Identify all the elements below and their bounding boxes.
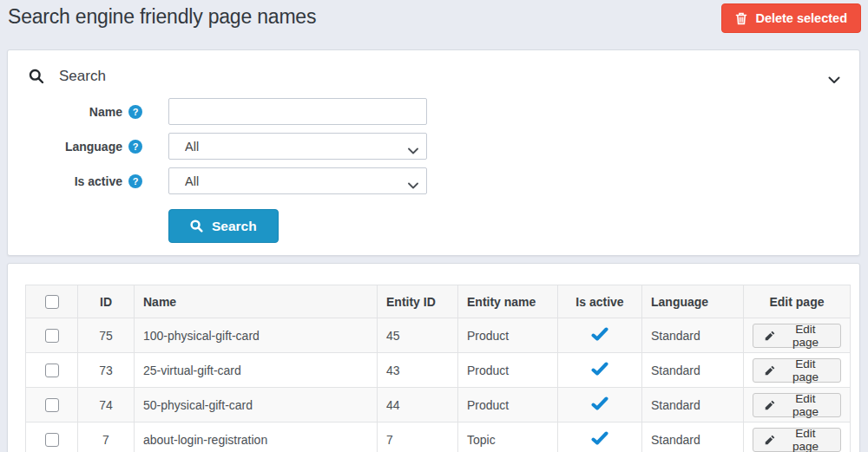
pencil-icon	[765, 435, 775, 445]
cell-name: 50-physical-gift-card	[135, 388, 378, 423]
cell-language: Standard	[642, 388, 744, 423]
name-field-row: Name ?	[8, 98, 859, 125]
language-field-label: Language	[65, 140, 122, 154]
edit-page-button-label: Edit page	[782, 357, 829, 383]
table-row: 74 50-physical-gift-card 44 Product Stan…	[26, 388, 851, 423]
cell-language: Standard	[642, 353, 744, 388]
search-button[interactable]: Search	[168, 209, 279, 243]
name-field-label-wrap: Name ?	[8, 105, 145, 119]
table-row: 7 about-login-registration 7 Topic Stand…	[26, 423, 851, 452]
edit-page-button-label: Edit page	[782, 427, 829, 452]
row-checkbox[interactable]	[45, 364, 59, 377]
cell-id: 7	[78, 423, 135, 452]
top-bar: Search engine friendly page names Delete…	[0, 0, 868, 45]
results-table: ID Name Entity ID Entity name Is active …	[25, 285, 851, 452]
column-header-name: Name	[135, 285, 378, 318]
svg-text:?: ?	[133, 141, 139, 151]
pencil-icon	[765, 365, 775, 376]
chevron-down-icon[interactable]	[828, 72, 840, 88]
cell-name: 100-physical-gift-card	[135, 318, 378, 353]
search-panel-title: Search	[59, 68, 106, 85]
cell-language: Standard	[642, 318, 744, 353]
language-select[interactable]: All	[168, 133, 427, 160]
cell-id: 74	[78, 388, 135, 423]
is-active-select[interactable]: All	[168, 167, 427, 194]
is-active-field-label: Is active	[75, 174, 122, 188]
svg-text:?: ?	[133, 106, 139, 116]
name-input[interactable]	[168, 98, 427, 125]
delete-selected-button[interactable]: Delete selected	[721, 3, 861, 33]
column-header-entity-name: Entity name	[458, 285, 558, 318]
edit-page-button-label: Edit page	[782, 323, 829, 349]
cell-entity-id: 7	[378, 423, 458, 452]
page: Search engine friendly page names Delete…	[0, 0, 868, 452]
row-checkbox[interactable]	[45, 329, 59, 343]
column-header-edit-page: Edit page	[744, 285, 851, 318]
column-header-is-active: Is active	[558, 285, 642, 318]
search-icon	[29, 69, 44, 84]
row-checkbox[interactable]	[45, 433, 59, 447]
question-circle-icon[interactable]: ?	[128, 105, 142, 119]
is-active-field-row: Is active ? All	[8, 167, 859, 194]
trash-icon	[735, 12, 747, 25]
table-body: 75 100-physical-gift-card 45 Product Sta…	[26, 318, 851, 452]
edit-page-button[interactable]: Edit page	[753, 428, 841, 452]
column-header-id: ID	[78, 285, 135, 318]
question-circle-icon[interactable]: ?	[128, 174, 142, 188]
column-header-language: Language	[642, 285, 744, 318]
delete-selected-label: Delete selected	[755, 11, 847, 25]
column-header-entity-id: Entity ID	[378, 285, 458, 318]
check-icon	[591, 362, 608, 376]
search-button-label: Search	[212, 219, 257, 234]
row-checkbox[interactable]	[45, 398, 59, 412]
edit-page-button[interactable]: Edit page	[753, 393, 841, 417]
language-field-row: Language ? All	[8, 133, 859, 160]
table-row: 73 25-virtual-gift-card 43 Product Stand…	[26, 353, 851, 388]
cell-id: 73	[78, 353, 135, 388]
question-circle-icon[interactable]: ?	[128, 140, 142, 154]
pencil-icon	[765, 331, 775, 341]
check-icon	[591, 431, 608, 445]
name-field-label: Name	[89, 105, 122, 119]
cell-entity-name: Topic	[458, 423, 558, 452]
edit-page-button[interactable]: Edit page	[753, 324, 841, 348]
search-panel-header[interactable]: Search	[8, 50, 859, 90]
edit-page-button[interactable]: Edit page	[753, 358, 841, 383]
language-field-label-wrap: Language ?	[8, 140, 145, 154]
table-row: 75 100-physical-gift-card 45 Product Sta…	[26, 318, 851, 353]
search-panel: Search Name ?	[7, 49, 860, 256]
search-icon	[190, 219, 203, 233]
svg-text:?: ?	[133, 175, 139, 186]
results-panel: ID Name Entity ID Entity name Is active …	[7, 263, 860, 452]
cell-name: about-login-registration	[135, 423, 378, 452]
cell-language: Standard	[642, 423, 744, 452]
check-icon	[591, 327, 608, 341]
cell-entity-id: 43	[378, 353, 458, 388]
cell-name: 25-virtual-gift-card	[135, 353, 378, 388]
cell-entity-name: Product	[458, 388, 558, 423]
cell-entity-name: Product	[458, 318, 558, 353]
page-title: Search engine friendly page names	[8, 5, 316, 29]
is-active-field-label-wrap: Is active ?	[8, 174, 145, 188]
table-header-row: ID Name Entity ID Entity name Is active …	[26, 285, 851, 318]
check-icon	[591, 396, 608, 410]
select-all-checkbox[interactable]	[45, 295, 59, 309]
cell-entity-id: 45	[378, 318, 458, 353]
cell-entity-id: 44	[378, 388, 458, 423]
edit-page-button-label: Edit page	[782, 392, 829, 418]
cell-entity-name: Product	[458, 353, 558, 388]
cell-id: 75	[78, 318, 135, 353]
pencil-icon	[765, 400, 775, 410]
